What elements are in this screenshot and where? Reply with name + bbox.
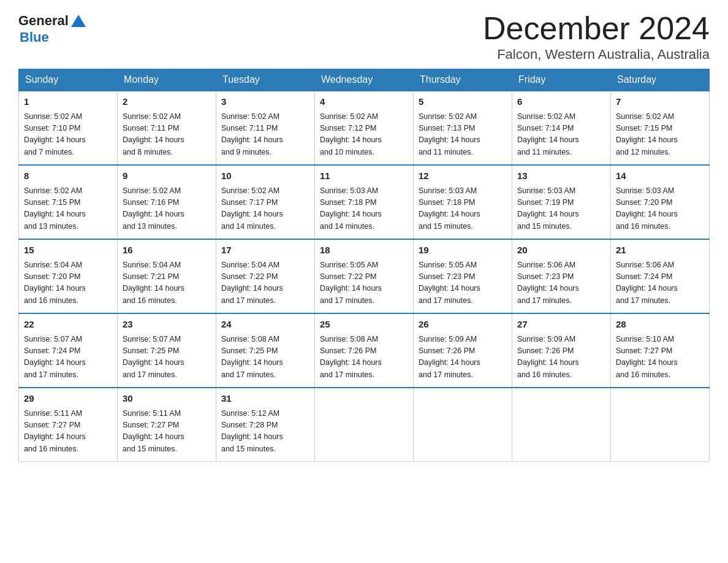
day-info: Sunrise: 5:03 AMSunset: 7:19 PMDaylight:… [517, 185, 605, 233]
day-info: Sunrise: 5:07 AMSunset: 7:25 PMDaylight:… [123, 334, 211, 381]
day-number: 18 [320, 243, 408, 258]
calendar-day-cell: 14Sunrise: 5:03 AMSunset: 7:20 PMDayligh… [611, 165, 710, 239]
day-info: Sunrise: 5:08 AMSunset: 7:26 PMDaylight:… [320, 334, 408, 381]
day-number: 21 [616, 243, 704, 258]
day-number: 7 [616, 95, 704, 109]
calendar-day-cell: 22Sunrise: 5:07 AMSunset: 7:24 PMDayligh… [19, 313, 118, 388]
day-number: 28 [616, 318, 704, 332]
calendar-week-row: 22Sunrise: 5:07 AMSunset: 7:24 PMDayligh… [19, 313, 710, 388]
day-info: Sunrise: 5:05 AMSunset: 7:23 PMDaylight:… [419, 259, 507, 307]
day-number: 11 [320, 169, 408, 183]
col-header-wednesday: Wednesday [315, 69, 414, 91]
page-header: General Blue December 2024 Falcon, Weste… [18, 12, 710, 63]
calendar-day-cell: 21Sunrise: 5:06 AMSunset: 7:24 PMDayligh… [611, 239, 710, 313]
day-number: 16 [123, 243, 211, 258]
day-info: Sunrise: 5:10 AMSunset: 7:27 PMDaylight:… [616, 334, 704, 381]
day-info: Sunrise: 5:08 AMSunset: 7:25 PMDaylight:… [221, 334, 309, 381]
calendar-day-cell: 20Sunrise: 5:06 AMSunset: 7:23 PMDayligh… [512, 239, 611, 313]
day-number: 30 [123, 392, 211, 406]
day-info: Sunrise: 5:02 AMSunset: 7:12 PMDaylight:… [320, 111, 408, 159]
logo-general-text: General [18, 13, 69, 28]
day-info: Sunrise: 5:04 AMSunset: 7:20 PMDaylight:… [24, 259, 112, 307]
day-info: Sunrise: 5:02 AMSunset: 7:15 PMDaylight:… [24, 185, 112, 233]
day-info: Sunrise: 5:03 AMSunset: 7:18 PMDaylight:… [320, 185, 408, 233]
empty-cell [611, 388, 710, 462]
svg-marker-0 [71, 15, 86, 27]
logo-blue-text: Blue [20, 29, 49, 45]
calendar-day-cell: 17Sunrise: 5:04 AMSunset: 7:22 PMDayligh… [216, 239, 315, 313]
calendar-week-row: 15Sunrise: 5:04 AMSunset: 7:20 PMDayligh… [19, 239, 710, 313]
calendar-day-cell: 9Sunrise: 5:02 AMSunset: 7:16 PMDaylight… [118, 165, 216, 239]
day-info: Sunrise: 5:11 AMSunset: 7:27 PMDaylight:… [24, 408, 112, 456]
day-info: Sunrise: 5:02 AMSunset: 7:17 PMDaylight:… [221, 185, 309, 233]
calendar-day-cell: 5Sunrise: 5:02 AMSunset: 7:13 PMDaylight… [414, 91, 512, 165]
calendar-day-cell: 28Sunrise: 5:10 AMSunset: 7:27 PMDayligh… [611, 313, 710, 388]
day-info: Sunrise: 5:06 AMSunset: 7:23 PMDaylight:… [517, 259, 605, 307]
day-info: Sunrise: 5:02 AMSunset: 7:11 PMDaylight:… [123, 111, 211, 159]
day-number: 31 [221, 392, 309, 406]
day-info: Sunrise: 5:04 AMSunset: 7:22 PMDaylight:… [221, 259, 309, 307]
empty-cell [315, 388, 414, 462]
day-number: 29 [24, 392, 112, 406]
day-number: 9 [123, 169, 211, 183]
day-info: Sunrise: 5:06 AMSunset: 7:24 PMDaylight:… [616, 259, 704, 307]
day-info: Sunrise: 5:03 AMSunset: 7:20 PMDaylight:… [616, 185, 704, 233]
day-info: Sunrise: 5:12 AMSunset: 7:28 PMDaylight:… [221, 408, 309, 456]
day-number: 5 [419, 95, 507, 109]
calendar-week-row: 29Sunrise: 5:11 AMSunset: 7:27 PMDayligh… [19, 388, 710, 462]
location-title: Falcon, Western Australia, Australia [483, 47, 710, 63]
calendar-day-cell: 18Sunrise: 5:05 AMSunset: 7:22 PMDayligh… [315, 239, 414, 313]
day-number: 14 [616, 169, 704, 183]
day-number: 27 [517, 318, 605, 332]
day-number: 6 [517, 95, 605, 109]
day-number: 8 [24, 169, 112, 183]
day-info: Sunrise: 5:05 AMSunset: 7:22 PMDaylight:… [320, 259, 408, 307]
day-info: Sunrise: 5:09 AMSunset: 7:26 PMDaylight:… [419, 334, 507, 381]
empty-cell [414, 388, 512, 462]
calendar-table: SundayMondayTuesdayWednesdayThursdayFrid… [18, 69, 710, 462]
calendar-day-cell: 1Sunrise: 5:02 AMSunset: 7:10 PMDaylight… [19, 91, 118, 165]
day-number: 26 [419, 318, 507, 332]
calendar-day-cell: 15Sunrise: 5:04 AMSunset: 7:20 PMDayligh… [19, 239, 118, 313]
calendar-day-cell: 4Sunrise: 5:02 AMSunset: 7:12 PMDaylight… [315, 91, 414, 165]
col-header-thursday: Thursday [414, 69, 512, 91]
day-number: 20 [517, 243, 605, 258]
empty-cell [512, 388, 611, 462]
calendar-header-row: SundayMondayTuesdayWednesdayThursdayFrid… [19, 69, 710, 91]
calendar-day-cell: 6Sunrise: 5:02 AMSunset: 7:14 PMDaylight… [512, 91, 611, 165]
calendar-day-cell: 12Sunrise: 5:03 AMSunset: 7:18 PMDayligh… [414, 165, 512, 239]
calendar-day-cell: 3Sunrise: 5:02 AMSunset: 7:11 PMDaylight… [216, 91, 315, 165]
calendar-day-cell: 13Sunrise: 5:03 AMSunset: 7:19 PMDayligh… [512, 165, 611, 239]
day-info: Sunrise: 5:03 AMSunset: 7:18 PMDaylight:… [419, 185, 507, 233]
col-header-sunday: Sunday [19, 69, 118, 91]
col-header-friday: Friday [512, 69, 611, 91]
day-number: 25 [320, 318, 408, 332]
day-info: Sunrise: 5:02 AMSunset: 7:11 PMDaylight:… [221, 111, 309, 159]
month-title: December 2024 [483, 12, 710, 44]
calendar-week-row: 1Sunrise: 5:02 AMSunset: 7:10 PMDaylight… [19, 91, 710, 165]
col-header-tuesday: Tuesday [216, 69, 315, 91]
calendar-day-cell: 24Sunrise: 5:08 AMSunset: 7:25 PMDayligh… [216, 313, 315, 388]
day-info: Sunrise: 5:02 AMSunset: 7:15 PMDaylight:… [616, 111, 704, 159]
day-info: Sunrise: 5:07 AMSunset: 7:24 PMDaylight:… [24, 334, 112, 381]
calendar-day-cell: 31Sunrise: 5:12 AMSunset: 7:28 PMDayligh… [216, 388, 315, 462]
calendar-day-cell: 16Sunrise: 5:04 AMSunset: 7:21 PMDayligh… [118, 239, 216, 313]
day-number: 24 [221, 318, 309, 332]
day-number: 17 [221, 243, 309, 258]
day-info: Sunrise: 5:02 AMSunset: 7:14 PMDaylight:… [517, 111, 605, 159]
day-number: 12 [419, 169, 507, 183]
title-area: December 2024 Falcon, Western Australia,… [483, 12, 710, 63]
day-number: 22 [24, 318, 112, 332]
day-info: Sunrise: 5:11 AMSunset: 7:27 PMDaylight:… [123, 408, 211, 456]
logo-area: General Blue [18, 12, 87, 45]
day-number: 1 [24, 95, 112, 109]
calendar-week-row: 8Sunrise: 5:02 AMSunset: 7:15 PMDaylight… [19, 165, 710, 239]
day-info: Sunrise: 5:02 AMSunset: 7:10 PMDaylight:… [24, 111, 112, 159]
calendar-day-cell: 23Sunrise: 5:07 AMSunset: 7:25 PMDayligh… [118, 313, 216, 388]
calendar-day-cell: 27Sunrise: 5:09 AMSunset: 7:26 PMDayligh… [512, 313, 611, 388]
day-info: Sunrise: 5:02 AMSunset: 7:13 PMDaylight:… [419, 111, 507, 159]
calendar-day-cell: 30Sunrise: 5:11 AMSunset: 7:27 PMDayligh… [118, 388, 216, 462]
day-info: Sunrise: 5:04 AMSunset: 7:21 PMDaylight:… [123, 259, 211, 307]
day-number: 2 [123, 95, 211, 109]
day-number: 19 [419, 243, 507, 258]
